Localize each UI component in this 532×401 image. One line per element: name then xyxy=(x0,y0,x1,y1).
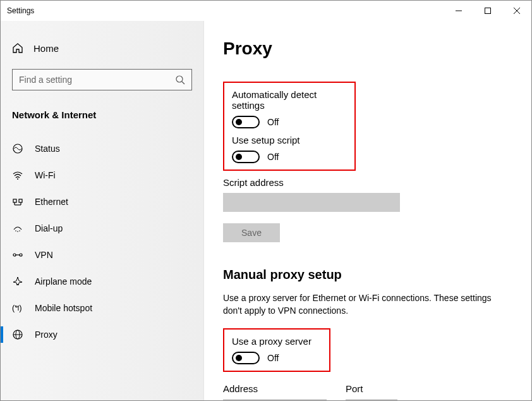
sidebar-item-ethernet[interactable]: Ethernet xyxy=(1,188,203,215)
maximize-icon xyxy=(485,8,491,14)
manual-desc: Use a proxy server for Ethernet or Wi-Fi… xyxy=(223,292,501,317)
manual-title: Manual proxy setup xyxy=(223,268,512,282)
ethernet-icon xyxy=(12,196,23,207)
use-proxy-label: Use a proxy server xyxy=(232,336,322,347)
sidebar-item-label: Dial-up xyxy=(35,223,63,233)
auto-detect-toggle[interactable] xyxy=(232,116,260,128)
auto-detect-state: Off xyxy=(267,117,279,127)
address-label: Address xyxy=(223,383,327,394)
sidebar-item-hotspot[interactable]: (ฯ) Mobile hotspot xyxy=(1,295,203,321)
home-label: Home xyxy=(33,43,59,54)
home-icon xyxy=(12,42,23,54)
svg-rect-9 xyxy=(19,199,22,202)
sidebar-item-label: Airplane mode xyxy=(35,276,92,287)
svg-point-13 xyxy=(15,230,16,231)
hotspot-icon: (ฯ) xyxy=(12,302,23,314)
sidebar-item-proxy[interactable]: Proxy xyxy=(1,321,203,348)
svg-rect-8 xyxy=(13,199,16,202)
auto-detect-label: Automatically detect settings xyxy=(232,89,347,111)
page-title: Proxy xyxy=(223,39,512,59)
sidebar-item-label: Proxy xyxy=(35,330,57,340)
wifi-icon xyxy=(12,170,23,181)
home-nav[interactable]: Home xyxy=(1,39,203,63)
sidebar-item-label: VPN xyxy=(35,250,53,260)
use-proxy-toggle[interactable] xyxy=(232,352,260,364)
setup-script-toggle[interactable] xyxy=(232,151,260,163)
close-icon xyxy=(514,8,520,14)
maximize-button[interactable] xyxy=(473,1,502,21)
port-label: Port xyxy=(346,383,397,394)
sidebar-item-label: Mobile hotspot xyxy=(35,303,92,313)
svg-rect-1 xyxy=(485,8,491,14)
svg-point-7 xyxy=(17,178,18,180)
svg-point-14 xyxy=(17,231,18,232)
sidebar-item-dialup[interactable]: Dial-up xyxy=(1,215,203,242)
sidebar-item-label: Status xyxy=(35,144,60,154)
window-title: Settings xyxy=(7,6,34,15)
sidebar-item-label: Wi-Fi xyxy=(35,170,56,180)
setup-script-state: Off xyxy=(267,152,279,162)
highlight-auto-section: Automatically detect settings Off Use se… xyxy=(223,82,356,171)
use-proxy-state: Off xyxy=(267,353,279,363)
script-address-input[interactable] xyxy=(223,193,400,212)
sidebar-item-wifi[interactable]: Wi-Fi xyxy=(1,162,203,188)
svg-point-16 xyxy=(13,254,16,256)
save-button[interactable]: Save xyxy=(223,223,280,242)
status-icon xyxy=(12,143,23,154)
minimize-icon xyxy=(456,8,462,14)
close-button[interactable] xyxy=(502,1,531,21)
svg-point-15 xyxy=(19,230,20,231)
search-icon xyxy=(175,75,185,85)
proxy-icon xyxy=(12,329,23,340)
search-input[interactable] xyxy=(19,75,175,85)
svg-text:(ฯ): (ฯ) xyxy=(12,303,22,312)
svg-point-17 xyxy=(20,254,22,256)
dialup-icon xyxy=(12,223,23,234)
port-input[interactable] xyxy=(346,399,397,400)
sidebar: Home Network & Internet Status Wi-Fi Eth… xyxy=(1,21,204,400)
svg-point-4 xyxy=(176,76,183,82)
airplane-icon xyxy=(12,276,23,287)
content-area: Proxy Automatically detect settings Off … xyxy=(204,21,531,400)
script-address-label: Script address xyxy=(223,177,512,188)
vpn-icon xyxy=(12,249,23,261)
sidebar-item-label: Ethernet xyxy=(35,197,68,207)
address-input[interactable] xyxy=(223,399,327,400)
search-box[interactable] xyxy=(12,69,192,90)
sidebar-item-airplane[interactable]: Airplane mode xyxy=(1,268,203,295)
svg-line-5 xyxy=(182,82,184,84)
sidebar-item-vpn[interactable]: VPN xyxy=(1,242,203,268)
setup-script-label: Use setup script xyxy=(232,135,347,145)
section-label: Network & Internet xyxy=(1,99,203,129)
highlight-proxy-section: Use a proxy server Off xyxy=(223,328,330,372)
minimize-button[interactable] xyxy=(444,1,473,21)
sidebar-item-status[interactable]: Status xyxy=(1,135,203,162)
